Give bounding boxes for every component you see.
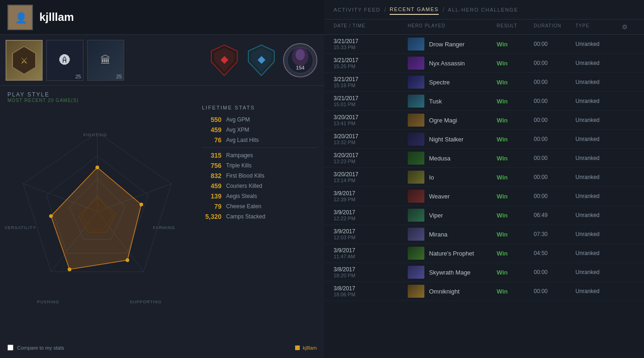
shield-badge-2[interactable]: ◆ — [245, 40, 278, 81]
cell-datetime: 3/20/2017 13:23 PM — [334, 152, 408, 164]
compare-check: Compare to my stats — [7, 345, 64, 351]
cell-result: Win — [497, 117, 534, 124]
hero-thumbnail — [408, 190, 424, 203]
cell-date: 3/9/2017 — [334, 190, 408, 197]
stat-value: 79 — [202, 203, 221, 210]
table-row[interactable]: 3/20/2017 13:32 PM Night Stalker Win 00:… — [324, 130, 644, 149]
stat-label: Rampages — [226, 152, 253, 159]
cell-hero: Omniknight — [408, 285, 497, 298]
hero-thumbnail — [408, 38, 424, 51]
cell-hero: Nature's Prophet — [408, 247, 497, 260]
cell-time: 15:33 PM — [334, 45, 408, 50]
cell-datetime: 3/9/2017 12:03 PM — [334, 228, 408, 240]
avg-stats: 550Avg GPM459Avg XPM76Avg Last Hits — [202, 116, 317, 144]
tab-allhero[interactable]: ALL-HERO CHALLENGE — [448, 5, 518, 14]
hero-name: Tusk — [429, 98, 442, 105]
shield-badge-1[interactable]: ◆ — [208, 40, 241, 81]
lifetime-stat-row: 5,320Camps Stacked — [202, 213, 317, 220]
hero-name: Mirana — [429, 231, 448, 238]
hero-thumbnail — [408, 171, 424, 184]
hero-name: Omniknight — [429, 288, 460, 295]
stat-label: Triple Kills — [226, 162, 252, 169]
cell-datetime: 3/21/2017 15:33 PM — [334, 38, 408, 50]
col-datetime: DATE / TIME — [334, 23, 408, 31]
compare-checkbox[interactable] — [7, 345, 13, 351]
lifetime-stat-row: 315Rampages — [202, 152, 317, 159]
col-settings: ⚙ — [622, 23, 635, 31]
table-row[interactable]: 3/8/2017 18:06 PM Omniknight Win 00:00 U… — [324, 282, 644, 301]
lifetime-stat-row: 459Couriers Killed — [202, 182, 317, 190]
table-row[interactable]: 3/20/2017 13:41 PM Ogre Magi Win 00:00 U… — [324, 111, 644, 130]
badge-hero-1[interactable]: ⚔ — [6, 40, 43, 81]
label-supporting: SUPPORTING — [130, 300, 162, 304]
table-row[interactable]: 3/20/2017 13:14 PM Io Win 00:00 Unranked — [324, 168, 644, 187]
nav-tabs: ACTIVITY FEED / RECENT GAMES / ALL-HERO … — [324, 0, 644, 19]
stat-label: First Blood Kills — [226, 173, 265, 179]
table-row[interactable]: 3/21/2017 15:25 PM Nyx Assassin Win 00:0… — [324, 54, 644, 73]
hero-name: Medusa — [429, 155, 450, 162]
svg-point-28 — [49, 214, 53, 218]
stat-value: 832 — [202, 172, 221, 179]
right-panel: ACTIVITY FEED / RECENT GAMES / ALL-HERO … — [324, 0, 644, 358]
cell-duration: 00:00 — [534, 288, 575, 294]
games-table: 3/21/2017 15:33 PM Drow Ranger Win 00:00… — [324, 35, 644, 358]
label-pushing: PUSHING — [37, 300, 59, 304]
table-row[interactable]: 3/21/2017 15:33 PM Drow Ranger Win 00:00… — [324, 35, 644, 54]
table-row[interactable]: 3/9/2017 12:22 PM Viper Win 06:49 Unrank… — [324, 206, 644, 225]
cell-type: Unranked — [575, 136, 622, 142]
table-row[interactable]: 3/9/2017 12:03 PM Mirana Win 07:30 Unran… — [324, 225, 644, 244]
stat-label: Aegis Steals — [226, 193, 257, 199]
cell-result: Win — [497, 155, 534, 162]
cell-type: Unranked — [575, 98, 622, 104]
tab-recent-games[interactable]: RECENT GAMES — [390, 5, 439, 15]
hero-name: Skywrath Mage — [429, 269, 471, 276]
table-row[interactable]: 3/20/2017 13:23 PM Medusa Win 00:00 Unra… — [324, 149, 644, 168]
hero-thumbnail — [408, 76, 424, 89]
table-row[interactable]: 3/9/2017 11:47 AM Nature's Prophet Win 0… — [324, 244, 644, 263]
hero-name: Drow Ranger — [429, 41, 465, 48]
cell-date: 3/8/2017 — [334, 285, 408, 292]
settings-icon[interactable]: ⚙ — [622, 23, 628, 31]
table-row[interactable]: 3/9/2017 12:39 PM Weaver Win 00:00 Unran… — [324, 187, 644, 206]
cell-datetime: 3/8/2017 18:06 PM — [334, 285, 408, 297]
cell-duration: 04:50 — [534, 250, 575, 256]
cell-result: Win — [497, 98, 534, 105]
hero-name: Weaver — [429, 193, 450, 200]
table-row[interactable]: 3/21/2017 15:16 PM Spectre Win 00:00 Unr… — [324, 73, 644, 92]
cell-duration: 06:49 — [534, 212, 575, 218]
avatar: 👤 — [7, 5, 33, 30]
tab-activity[interactable]: ACTIVITY FEED — [334, 5, 380, 14]
left-panel: ⚔ 🅐 25 🏛 25 ◆ — [0, 35, 324, 358]
cell-hero: Weaver — [408, 190, 497, 203]
cell-type: Unranked — [575, 79, 622, 85]
cell-duration: 00:00 — [534, 117, 575, 123]
lifetime-stats-list: 315Rampages756Triple Kills832First Blood… — [202, 152, 317, 220]
cell-duration: 00:00 — [534, 269, 575, 275]
cell-hero: Skywrath Mage — [408, 266, 497, 279]
cell-type: Unranked — [575, 231, 622, 237]
hero-name: Ogre Magi — [429, 117, 457, 124]
cell-time: 13:32 PM — [334, 140, 408, 145]
cell-hero: Spectre — [408, 76, 497, 89]
rank-badge[interactable]: 154 — [282, 40, 319, 81]
cell-result: Win — [497, 193, 534, 200]
stat-label: Avg GPM — [226, 116, 250, 123]
badge-hero-2[interactable]: 🅐 25 — [46, 40, 83, 81]
table-row[interactable]: 3/21/2017 15:01 PM Tusk Win 00:00 Unrank… — [324, 92, 644, 111]
table-row[interactable]: 3/8/2017 18:20 PM Skywrath Mage Win 00:0… — [324, 263, 644, 282]
badge-hero-3[interactable]: 🏛 25 — [87, 40, 124, 81]
cell-date: 3/21/2017 — [334, 95, 408, 102]
cell-datetime: 3/20/2017 13:32 PM — [334, 133, 408, 145]
cell-time: 18:06 PM — [334, 292, 408, 297]
stat-value: 76 — [202, 136, 221, 144]
cell-type: Unranked — [575, 60, 622, 66]
cell-result: Win — [497, 79, 534, 86]
stat-label: Cheese Eaten — [226, 203, 261, 210]
cell-type: Unranked — [575, 250, 622, 256]
hero-thumbnail — [408, 285, 424, 298]
cell-duration: 00:00 — [534, 98, 575, 104]
cell-result: Win — [497, 269, 534, 276]
cell-result: Win — [497, 288, 534, 295]
stat-label: Avg Last Hits — [226, 137, 259, 143]
stat-value: 756 — [202, 162, 221, 169]
